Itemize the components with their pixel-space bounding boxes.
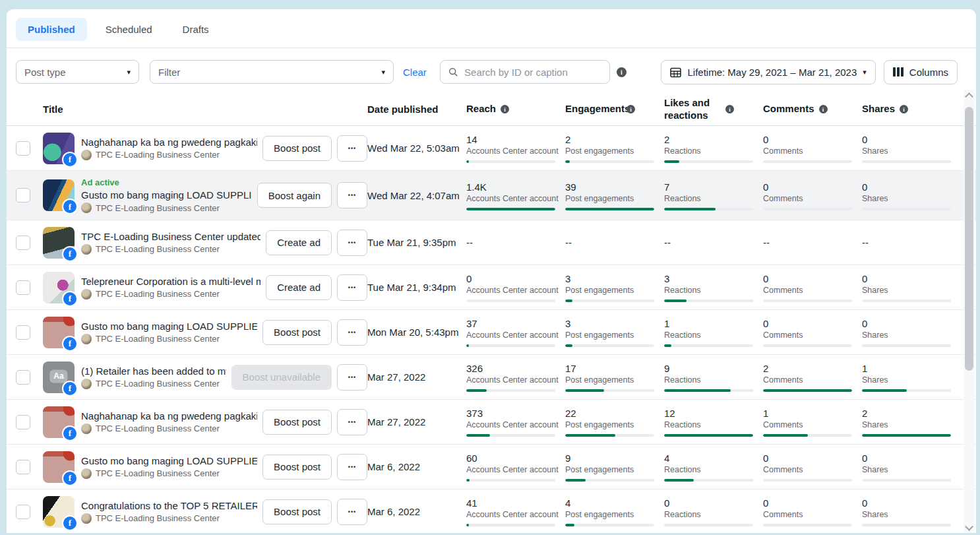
column-header-reach: Reach i <box>466 103 565 115</box>
post-title[interactable]: (1) Retailer has been added to my growi.… <box>81 365 226 377</box>
table-row: f Naghahanap ka ba ng pwedeng pagkakitaa… <box>7 400 976 445</box>
post-thumbnail[interactable]: f <box>43 133 75 164</box>
metric-label: Comments <box>763 420 855 431</box>
metric-value: 9 <box>664 362 763 375</box>
metric-label: Reactions <box>664 285 756 296</box>
more-options-button[interactable]: ••• <box>337 499 367 525</box>
metric-label: Comments <box>763 285 855 296</box>
boost-post-button[interactable]: Boost post <box>262 320 332 345</box>
more-options-button[interactable]: ••• <box>337 319 367 346</box>
search-input[interactable] <box>463 66 601 79</box>
metric-progress-bar <box>664 434 753 437</box>
metric-label: Post engagements <box>565 375 658 386</box>
metric-cell: 373 Accounts Center account... <box>466 407 565 437</box>
metric-value: 2 <box>565 133 664 146</box>
more-options-button[interactable]: ••• <box>337 135 367 162</box>
search-box[interactable] <box>440 60 610 84</box>
row-checkbox[interactable] <box>16 460 30 474</box>
reach-info-icon[interactable]: i <box>501 105 509 113</box>
boost-post-button[interactable]: Boost post <box>262 410 332 435</box>
post-title[interactable]: Gusto mo bang maging LOAD SUPPLIER sa in… <box>81 189 252 201</box>
likes-info-icon[interactable]: i <box>725 105 734 113</box>
post-thumbnail[interactable]: Aa f <box>43 362 75 393</box>
row-checkbox[interactable] <box>16 236 30 250</box>
boost-post-button[interactable]: Boost post <box>262 136 332 161</box>
row-checkbox[interactable] <box>16 325 30 340</box>
filter-select-label: Filter <box>158 67 180 78</box>
scrollbar-thumb[interactable] <box>965 107 973 371</box>
page-name: TPC E-Loading Business Center <box>96 150 220 160</box>
clear-filters-link[interactable]: Clear <box>403 67 427 78</box>
search-info-icon[interactable]: i <box>617 67 627 77</box>
metric-cell: 37 Accounts Center account... <box>466 317 565 347</box>
post-type-select[interactable]: Post type ▾ <box>16 60 139 84</box>
post-title[interactable]: TPC E-Loading Business Center updated th… <box>81 231 260 242</box>
facebook-badge-icon: f <box>62 381 78 396</box>
metric-cell: 2 Post engagements <box>565 133 664 163</box>
tab-drafts[interactable]: Drafts <box>171 18 221 41</box>
vertical-scrollbar[interactable] <box>964 90 975 533</box>
metric-progress-bar <box>862 208 951 210</box>
engagements-info-icon[interactable]: i <box>627 105 635 113</box>
shares-info-icon[interactable]: i <box>900 105 908 113</box>
posts-table-body: f Naghahanap ka ba ng pwedeng pagkakitaa… <box>7 126 976 533</box>
post-thumbnail[interactable]: f <box>43 406 75 438</box>
metric-progress-bar <box>763 524 852 526</box>
metric-cell: 0 Comments <box>763 133 862 163</box>
tab-scheduled[interactable]: Scheduled <box>94 18 164 41</box>
post-title[interactable]: Naghahanap ka ba ng pwedeng pagkakitaan … <box>81 137 257 148</box>
row-checkbox[interactable] <box>16 280 30 295</box>
metric-value: 373 <box>466 407 565 420</box>
post-title[interactable]: Telepreneur Corporation is a multi-level… <box>81 276 260 287</box>
metric-label: Post engagements <box>565 146 658 157</box>
more-options-button[interactable]: ••• <box>337 454 367 480</box>
more-options-button[interactable]: ••• <box>337 230 367 256</box>
row-checkbox[interactable] <box>16 141 30 156</box>
date-range-button[interactable]: Lifetime: May 29, 2021 – Mar 21, 2023 ▾ <box>661 60 875 84</box>
table-row: f Naghahanap ka ba ng pwedeng pagkakitaa… <box>7 126 976 171</box>
metric-progress-bar <box>565 160 654 163</box>
column-header-shares: Shares i <box>862 103 961 115</box>
post-thumbnail[interactable]: f <box>43 317 75 348</box>
comments-info-icon[interactable]: i <box>819 105 828 113</box>
post-thumbnail[interactable]: f <box>43 451 75 483</box>
post-thumbnail[interactable]: f <box>43 272 75 303</box>
row-checkbox[interactable] <box>16 370 30 385</box>
post-title[interactable]: Congratulations to the TOP 5 RETAILERS i… <box>81 500 257 511</box>
create-ad-button[interactable]: Create ad <box>266 275 332 300</box>
boost-unavailable-button[interactable]: Boost unavailable <box>231 365 332 390</box>
scroll-up-arrow-icon[interactable] <box>964 90 975 100</box>
more-options-button[interactable]: ••• <box>337 364 367 391</box>
boost-post-button[interactable]: Boost post <box>262 455 332 480</box>
metric-label: Comments <box>763 193 855 205</box>
boost-post-button[interactable]: Boost post <box>262 499 332 524</box>
metric-cell: -- <box>862 237 961 249</box>
boost-again-button[interactable]: Boost again <box>257 183 332 208</box>
post-thumbnail[interactable]: f <box>43 179 75 211</box>
filter-select[interactable]: Filter ▾ <box>150 60 394 84</box>
row-checkbox[interactable] <box>16 415 30 429</box>
post-thumbnail[interactable]: f <box>43 227 75 259</box>
post-title[interactable]: Gusto mo bang maging LOAD SUPPLIER sa in… <box>81 455 257 466</box>
metric-cell: 7 Reactions <box>664 181 763 210</box>
more-options-button[interactable]: ••• <box>337 182 367 208</box>
post-thumbnail[interactable]: f <box>43 496 75 528</box>
tab-published[interactable]: Published <box>16 18 87 41</box>
metric-label: Shares <box>862 285 954 296</box>
metric-value: 0 <box>862 181 961 193</box>
more-options-button[interactable]: ••• <box>337 274 367 301</box>
metric-progress-bar <box>763 389 852 392</box>
columns-button[interactable]: Columns <box>884 60 958 84</box>
metric-progress-bar <box>664 208 753 210</box>
post-title[interactable]: Gusto mo bang maging LOAD SUPPLIER sa in… <box>81 321 257 332</box>
metric-value: 0 <box>862 317 961 330</box>
metric-cell: 3 Post engagements <box>565 317 664 347</box>
row-checkbox[interactable] <box>16 505 30 519</box>
row-checkbox[interactable] <box>16 188 30 203</box>
scroll-down-arrow-icon[interactable] <box>964 522 975 533</box>
more-options-button[interactable]: ••• <box>337 409 367 435</box>
metric-cell: -- <box>565 237 664 249</box>
create-ad-button[interactable]: Create ad <box>266 230 332 255</box>
page-avatar <box>81 513 92 524</box>
post-title[interactable]: Naghahanap ka ba ng pwedeng pagkakitaan … <box>81 410 257 422</box>
